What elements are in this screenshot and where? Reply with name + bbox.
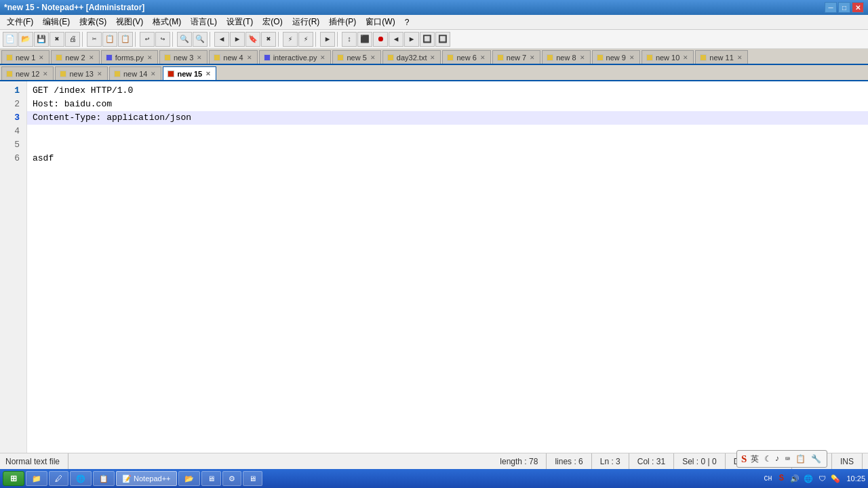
tab-close-new7[interactable]: ✕	[529, 54, 536, 61]
menu-language[interactable]: 语言(L)	[186, 15, 221, 29]
tb-cut[interactable]: ✂	[87, 32, 102, 47]
ime-moon[interactable]: ☾	[763, 454, 770, 464]
toolbar-sep-5	[278, 32, 281, 47]
tab-close-new14[interactable]: ✕	[150, 70, 157, 77]
menu-run[interactable]: 运行(R)	[288, 15, 324, 29]
tb-redo[interactable]: ↪	[155, 32, 170, 47]
tab-icon-new7	[497, 54, 504, 61]
tab-close-new2[interactable]: ✕	[88, 54, 95, 61]
editor-content[interactable]: GET /index HTTP/1.0 Host: baidu.com Cont…	[27, 81, 868, 453]
menu-settings[interactable]: 设置(T)	[222, 15, 257, 29]
tb-undo[interactable]: ↩	[140, 32, 155, 47]
tab-new12[interactable]: new 12 ✕	[1, 66, 54, 80]
tab-close-new4[interactable]: ✕	[246, 54, 253, 61]
menu-view[interactable]: 视图(V)	[112, 15, 147, 29]
taskbar-btn-8[interactable]: ⚙	[222, 471, 241, 486]
tab-close-new8[interactable]: ✕	[579, 54, 586, 61]
tab-close-new9[interactable]: ✕	[629, 54, 635, 61]
tab-close-interactivepy[interactable]: ✕	[319, 54, 326, 61]
tb-record-stop[interactable]: ⏺	[373, 32, 388, 47]
tab-new9[interactable]: new 9 ✕	[592, 50, 640, 64]
tray-icon-5: 💊	[830, 473, 841, 484]
tab-close-new13[interactable]: ✕	[96, 70, 103, 77]
tab-new11[interactable]: new 11 ✕	[695, 50, 747, 64]
menu-help[interactable]: ?	[401, 16, 414, 28]
tb-save[interactable]: 💾	[34, 32, 49, 47]
menu-edit[interactable]: 编辑(E)	[39, 15, 74, 29]
tab-new5[interactable]: new 5 ✕	[332, 50, 380, 64]
tb-sync[interactable]: ↕	[342, 32, 357, 47]
tb-macro2[interactable]: ⚡	[298, 32, 313, 47]
tab-close-new3[interactable]: ✕	[196, 54, 203, 61]
tb-run[interactable]: ▶	[320, 32, 335, 47]
tab-new14[interactable]: new 14 ✕	[109, 66, 161, 80]
tab-formspy[interactable]: forms.py ✕	[101, 50, 158, 64]
tb-zoomout[interactable]: 🔍	[193, 32, 208, 47]
tab-new8[interactable]: new 8 ✕	[542, 50, 590, 64]
taskbar-btn-7[interactable]: 🖥	[201, 471, 221, 486]
tab-new1[interactable]: new 1 ✕	[1, 50, 50, 64]
tb-save2[interactable]: 🔲	[420, 32, 435, 47]
tab-close-new5[interactable]: ✕	[370, 54, 376, 61]
tab-close-new6[interactable]: ✕	[479, 54, 486, 61]
tab-close-day32txt[interactable]: ✕	[429, 54, 436, 61]
tb-closeall[interactable]: ✖	[50, 32, 64, 47]
tb-wrap[interactable]: ⬛	[357, 32, 372, 47]
tab-close-new1[interactable]: ✕	[38, 54, 45, 61]
taskbar-btn-9[interactable]: 🖥	[243, 471, 262, 486]
tab-close-new12[interactable]: ✕	[42, 70, 49, 77]
tab-new15[interactable]: new 15 ✕	[163, 66, 216, 81]
maximize-button[interactable]: □	[838, 2, 850, 13]
tb-zoomin[interactable]: 🔍	[177, 32, 192, 47]
tab-close-formspy[interactable]: ✕	[146, 54, 153, 61]
menu-search[interactable]: 搜索(S)	[75, 15, 111, 29]
tb-open[interactable]: 📂	[18, 32, 33, 47]
tb-bookmarktoggle[interactable]: 🔖	[245, 32, 260, 47]
tb-copy[interactable]: 📋	[102, 32, 117, 47]
tab-interactivepy[interactable]: interactive.py ✕	[259, 50, 332, 64]
taskbar-btn-4[interactable]: 📋	[93, 471, 115, 486]
taskbar-btn-6[interactable]: 📂	[178, 471, 200, 486]
menu-format[interactable]: 格式(M)	[149, 15, 185, 29]
start-button[interactable]: ⊞	[3, 471, 24, 486]
tab-day32txt[interactable]: day32.txt ✕	[382, 50, 441, 64]
menu-file[interactable]: 文件(F)	[3, 15, 37, 29]
tab-new4[interactable]: new 4 ✕	[209, 50, 257, 64]
menu-plugins[interactable]: 插件(P)	[325, 15, 360, 29]
tab-close-new15[interactable]: ✕	[205, 70, 212, 77]
ime-lang[interactable]: 英	[749, 453, 760, 465]
tab-new7[interactable]: new 7 ✕	[492, 50, 540, 64]
tab-close-new10[interactable]: ✕	[682, 54, 689, 61]
taskbar-btn-2[interactable]: 🖊	[49, 471, 68, 486]
ime-clipboard[interactable]: 📋	[794, 454, 807, 464]
minimize-button[interactable]: ─	[825, 2, 837, 13]
tb-bookmarkclear[interactable]: ✖	[261, 32, 276, 47]
tb-bookmarkprev[interactable]: ◀	[214, 32, 229, 47]
close-button[interactable]: ✕	[852, 2, 864, 13]
tb-bookmarknext[interactable]: ▶	[230, 32, 245, 47]
ime-settings[interactable]: 🔧	[810, 454, 823, 464]
ime-keyboard[interactable]: ⌨	[784, 454, 791, 464]
menu-macro[interactable]: 宏(O)	[258, 15, 286, 29]
tab-new2[interactable]: new 2 ✕	[51, 50, 99, 64]
tb-x1[interactable]: 🔲	[435, 32, 450, 47]
taskbar-btn-notepadpp[interactable]: 📝 Notepad++	[116, 471, 177, 486]
tab-new13[interactable]: new 13 ✕	[55, 66, 107, 80]
tab-close-new11[interactable]: ✕	[736, 54, 743, 61]
line-num-5: 5	[0, 138, 22, 152]
ime-music[interactable]: ♪	[774, 454, 781, 464]
tb-record-prev[interactable]: ◀	[389, 32, 403, 47]
tb-macro1[interactable]: ⚡	[283, 32, 298, 47]
tab-new3[interactable]: new 3 ✕	[159, 50, 208, 64]
tb-print[interactable]: 🖨	[65, 32, 80, 47]
tab-new10[interactable]: new 10 ✕	[642, 50, 694, 64]
menu-window[interactable]: 窗口(W)	[361, 15, 399, 29]
tb-paste[interactable]: 📋	[118, 32, 133, 47]
taskbar-btn-1[interactable]: 📁	[26, 471, 47, 486]
tb-new[interactable]: 📄	[3, 32, 18, 47]
code-line-3: Content-Type: application/json	[27, 111, 868, 125]
taskbar-btn-3[interactable]: 🌐	[70, 471, 92, 486]
tb-record-next[interactable]: ▶	[404, 32, 419, 47]
toolbar-sep-3	[172, 32, 175, 47]
tab-new6[interactable]: new 6 ✕	[442, 50, 490, 64]
